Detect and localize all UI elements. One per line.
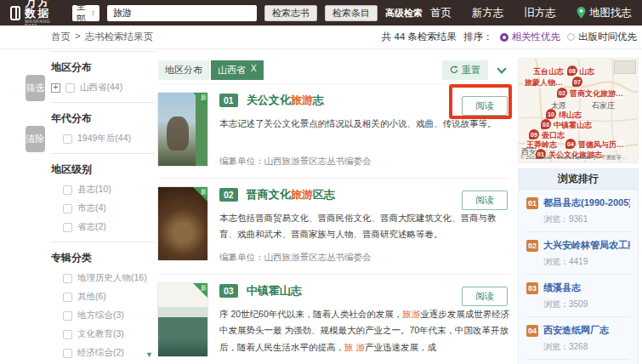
checkbox[interactable]: [63, 274, 72, 283]
active-filter-tag-shanxi[interactable]: 山西省 X: [211, 60, 264, 80]
title-highlight: 旅游: [291, 188, 313, 201]
map-label[interactable]: 五台山志: [532, 67, 565, 77]
read-button[interactable]: 阅读: [462, 96, 508, 116]
map-overview-box: [614, 60, 636, 74]
close-icon[interactable]: X: [251, 64, 257, 77]
wanfang-logo[interactable]: 万方数据 WANFANG DATA: [10, 0, 58, 29]
search-input[interactable]: [107, 5, 257, 21]
checkbox[interactable]: [63, 223, 72, 232]
map-label[interactable]: 绵山志: [558, 111, 582, 120]
sort-pubtime-label: 出版时间优先: [578, 31, 637, 43]
read-button[interactable]: 阅读: [462, 287, 508, 306]
filter-option-after1949[interactable]: 1949年后(44): [63, 133, 155, 145]
map-label[interactable]: 山志: [578, 67, 595, 77]
reset-filters-button[interactable]: 重置: [442, 60, 488, 80]
checkbox[interactable]: [63, 349, 72, 358]
views-label: 浏览：: [543, 299, 569, 309]
nav-map-search[interactable]: 地图找志: [577, 6, 632, 20]
compile-unit-value: 山西旅游景区志丛书编委会: [264, 252, 372, 262]
map-label[interactable]: 晋商文化旅游…: [569, 89, 624, 99]
ranking-item-3: 03 绩溪县志 浏览：3509: [526, 275, 630, 317]
plus-expand-icon[interactable]: [51, 83, 60, 93]
nav-old-chronicles[interactable]: 旧方志: [525, 6, 557, 20]
select-arrows-icon: ↕: [91, 9, 95, 17]
filter-option-label: 其他(6): [77, 291, 106, 303]
book-cover-guangong[interactable]: 新: [158, 93, 207, 166]
filter-option-culture-edu[interactable]: 文化教育(3): [63, 328, 155, 340]
radio-unselected-icon[interactable]: [567, 33, 575, 41]
book-cover-huoshan[interactable]: 新: [158, 283, 207, 356]
filter-option-geo-history[interactable]: 地理历史人物(16): [63, 272, 155, 284]
checkbox[interactable]: [63, 293, 72, 302]
map-marker-icon[interactable]: 03: [541, 119, 551, 129]
map-marker-icon[interactable]: 08: [567, 65, 577, 76]
desc-highlight: 旅游: [402, 309, 420, 319]
read-button[interactable]: 阅读: [462, 191, 508, 210]
clear-rail-button[interactable]: 清除: [26, 126, 45, 152]
advanced-search-link[interactable]: 高级检索: [385, 7, 423, 20]
collapse-chevron-icon[interactable]: [497, 64, 506, 73]
nav-home[interactable]: 首页: [430, 6, 452, 20]
sort-option-relevance[interactable]: 相关性优先: [500, 31, 561, 43]
checkbox[interactable]: [65, 83, 75, 93]
filter-option-shanxi[interactable]: 山西省(44): [63, 82, 155, 94]
new-ribbon: 新: [193, 93, 207, 107]
checkbox[interactable]: [63, 204, 72, 213]
map-marker-icon[interactable]: 02: [557, 88, 567, 98]
ranking-item-link[interactable]: 绩溪县志: [543, 282, 581, 294]
sort-relevance-label: 相关性优先: [512, 31, 561, 43]
search-scope-select[interactable]: 全部 ↕: [72, 5, 99, 21]
compile-unit-label: 编纂单位：: [219, 156, 264, 166]
map-label[interactable]: 壶口志: [541, 131, 565, 140]
desc-text: 序 20世纪60年代以来，随着人类社会的发展，: [219, 309, 402, 319]
ranking-item-link[interactable]: 都昌县志(1990-2005): [543, 196, 630, 209]
result-title-link[interactable]: 中镇霍山志: [247, 283, 302, 299]
nav-map-search-label: 地图找志: [589, 6, 632, 20]
map-marker-icon[interactable]: 09: [529, 129, 539, 139]
filter-option-label: 市志(4): [77, 202, 106, 214]
filter-option-economy[interactable]: 经济综合(2): [63, 347, 155, 359]
checkbox[interactable]: [63, 134, 72, 144]
breadcrumb-separator: >: [75, 31, 81, 43]
breadcrumb-home[interactable]: 首页: [51, 31, 71, 43]
book-cover-jinshang[interactable]: 新: [158, 187, 207, 260]
checkbox[interactable]: [63, 311, 72, 321]
page: 万方数据 WANFANG DATA 全部 ↕ 检索志书 检索条目 高级检索 首页…: [0, 0, 642, 364]
map-marker-icon[interactable]: 10: [546, 109, 556, 119]
search-books-button[interactable]: 检索志书: [264, 5, 317, 21]
map-label[interactable]: 晋德风与历…: [577, 140, 625, 150]
filter-option-other[interactable]: 其他(6): [63, 291, 155, 303]
ranking-item-link[interactable]: 西安造纸网厂志: [543, 324, 609, 337]
radio-selected-icon[interactable]: [500, 33, 508, 42]
result-title-link[interactable]: 晋商文化旅游区志: [247, 187, 335, 202]
result-title-link[interactable]: 关公文化旅游志: [247, 93, 324, 108]
new-ribbon: 新: [193, 187, 207, 202]
result-item-1: 新 01 关公文化旅游志 本志记述了关公文化景点的情况以及相关的小说、戏曲、传说…: [158, 83, 510, 179]
filter-option-county[interactable]: 县志(10): [63, 184, 155, 196]
result-description: 本志记述了关公文化景点的情况以及相关的小说、戏曲、传说故事等。: [219, 116, 510, 132]
map-marker-icon[interactable]: 07: [572, 77, 582, 87]
nav-new-chronicles[interactable]: 新方志: [472, 6, 504, 20]
ranking-item-link[interactable]: 大兴安岭林管局农工商联合公: [543, 239, 630, 252]
expand-more-icon[interactable]: ▼: [145, 350, 153, 359]
main-nav: 首页 新方志 旧方志 地图找志: [430, 6, 632, 20]
filter-option-province[interactable]: 省志(2): [63, 221, 155, 233]
checkbox[interactable]: [63, 330, 72, 339]
filter-option-city[interactable]: 市志(4): [63, 202, 155, 214]
result-item-2: 新 02 晋商文化旅游区志 本志包括晋商贸易文化、晋商民俗文化、晋商大院建筑文化…: [158, 179, 510, 275]
active-filter-category: 地区分布: [158, 60, 209, 80]
filter-option-label: 省志(2): [77, 221, 106, 233]
checkbox[interactable]: [63, 185, 72, 195]
map-panel[interactable]: 五台山志 08 山志 旅蒙人物… 07 02 晋商文化旅游… 太原 石家庄 10…: [518, 58, 639, 163]
ranking-item-5: 05 时尚的传统——岭南“香云纱” 浏览：2421: [526, 360, 630, 364]
title-text: 志: [313, 94, 324, 106]
filter-rail-button[interactable]: 筛选: [26, 75, 45, 101]
reset-label: 重置: [462, 64, 480, 77]
map-marker-icon[interactable]: 04: [565, 139, 576, 149]
filter-option-local[interactable]: 地方综合(3): [63, 310, 155, 321]
search-entries-button[interactable]: 检索条目: [325, 5, 378, 21]
map-label[interactable]: 旅蒙人物…: [524, 78, 564, 88]
sort-option-pubtime[interactable]: 出版时间优先: [567, 31, 637, 43]
filter-group-title: 专辑分类: [51, 251, 155, 265]
map-label[interactable]: 中镇霍山志: [553, 121, 593, 130]
